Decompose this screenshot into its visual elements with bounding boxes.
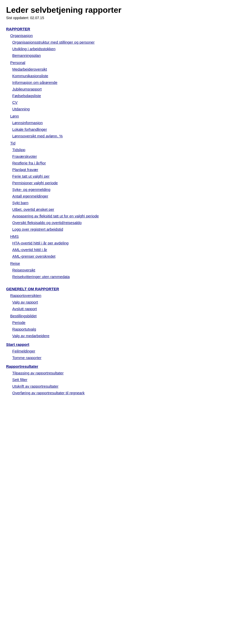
item-overforing[interactable]: Overføring av rapportresultater til regn… [12, 390, 239, 396]
item-valg-av-medarbeidere[interactable]: Valg av medarbeidere [12, 333, 239, 339]
tid-header[interactable]: Tid [10, 140, 239, 146]
hms-header[interactable]: HMS [10, 233, 239, 240]
group-reise: Reise Reiseoversikt Reisekvitteringer ut… [6, 260, 239, 280]
item-lonnsinformasjon[interactable]: Lønnsinformasjon [12, 120, 239, 126]
item-sykt-barn[interactable]: Sykt barn [12, 200, 239, 206]
item-medarbeideroversikt[interactable]: Medarbeideroversikt [12, 66, 239, 72]
item-org-struktur[interactable]: Organisasjonsstruktur med stillinger og … [12, 39, 239, 45]
item-syke-og-egenmelding[interactable]: Syke- og egenmelding [12, 187, 239, 193]
item-oversikt-fleksisaldo[interactable]: Oversikt fleksisaldo og overtid/reisesal… [12, 220, 239, 226]
group-rapportresultater: Rapportresultater Tilpassing av rapportr… [6, 363, 239, 396]
generelt-header[interactable]: GENERELT OM RAPPORTER [6, 286, 239, 292]
item-logg-arbeidstid[interactable]: Logg over registrert arbeidstid [12, 226, 239, 232]
item-utbet-overtid[interactable]: Utbet. overtid ønsket per [12, 206, 239, 213]
organisasjon-header[interactable]: Organisasjon [10, 33, 239, 39]
group-tid: Tid Tidslipp Fraværskvoter Restferie fra… [6, 140, 239, 232]
item-tidslipp[interactable]: Tidslipp [12, 147, 239, 153]
group-rapportoversikten: Rapportoversikten Valg av rapport Avslut… [6, 293, 239, 312]
item-periode[interactable]: Periode [12, 320, 239, 326]
item-avspasering[interactable]: Avspasering av fleksitid tatt ut for en … [12, 213, 239, 219]
item-jubileumsrapport[interactable]: Jubileumsrapport [12, 86, 239, 92]
item-fodselsdagsliste[interactable]: Fødselsdagsliste [12, 93, 239, 99]
rapportresultater-header[interactable]: Rapportresultater [6, 363, 239, 370]
rapporter-header[interactable]: RAPPORTER [6, 26, 239, 32]
personal-header[interactable]: Personal [10, 60, 239, 66]
navigation: RAPPORTER Organisasjon Organisasjonsstru… [6, 26, 239, 396]
item-aml-grenser[interactable]: AML-grenser overskredet [12, 253, 239, 259]
item-reiseoversikt[interactable]: Reiseoversikt [12, 267, 239, 273]
item-antall-egenmeldinger[interactable]: Antall egenmeldinger [12, 193, 239, 199]
group-start-rapport: Start rapport Feilmeldinger Tomme rappor… [6, 341, 239, 361]
group-lonn: Lønn Lønnsinformasjon Lokale forhandling… [6, 113, 239, 139]
item-utvikling[interactable]: Utvikling i arbeidsstokken [12, 46, 239, 52]
item-utdanning[interactable]: Utdanning [12, 106, 239, 112]
item-tomme-rapporter[interactable]: Tomme rapporter [12, 355, 239, 361]
group-bestillingsbildet: Bestillingsbildet Periode Rapportutvalg … [6, 313, 239, 339]
item-feilmeldinger[interactable]: Feilmeldinger [12, 348, 239, 354]
item-utskrift[interactable]: Utskrift av rapportresultater [12, 383, 239, 389]
last-updated: Sist oppdatert: 02.07.15 [6, 16, 239, 20]
item-sett-filter[interactable]: Sett filter [12, 377, 239, 383]
item-permisjoner[interactable]: Permisjoner valgfri periode [12, 180, 239, 186]
item-reisekvitteringer[interactable]: Reisekvitteringer uten rammedata [12, 274, 239, 280]
item-cv[interactable]: CV [12, 99, 239, 106]
group-personal: Personal Medarbeideroversikt Kommunikasj… [6, 60, 239, 112]
item-hta-overtid[interactable]: HTA-overtid hittil i år per avdeling [12, 240, 239, 246]
bestillingsbildet-header[interactable]: Bestillingsbildet [10, 313, 239, 319]
item-ferie-tatt-ut[interactable]: Ferie tatt ut valgfri per [12, 173, 239, 179]
item-tilpassing[interactable]: Tilpassing av rapportresultater [12, 370, 239, 376]
item-lonnsoversikt[interactable]: Lønnsoversikt med avlønn. % [12, 133, 239, 139]
item-planlagt-fravar[interactable]: Planlagt fravær [12, 167, 239, 173]
page-title: Leder selvbetjening rapporter [6, 5, 239, 15]
item-kommunikasjonsliste[interactable]: Kommunikasjonsliste [12, 73, 239, 79]
lonn-header[interactable]: Lønn [10, 113, 239, 119]
reise-header[interactable]: Reise [10, 260, 239, 267]
item-parorende[interactable]: Informasjon om pårørende [12, 80, 239, 86]
item-bemanningsplan[interactable]: Bemanningsplan [12, 52, 239, 59]
start-rapport-header[interactable]: Start rapport [6, 341, 239, 348]
item-fravarskvoter[interactable]: Fraværskvoter [12, 153, 239, 160]
group-organisasjon: Organisasjon Organisasjonsstruktur med s… [6, 33, 239, 59]
rapportoversikten-header[interactable]: Rapportoversikten [10, 293, 239, 299]
item-restferie[interactable]: Restferie fra i år/fjor [12, 160, 239, 166]
group-hms: HMS HTA-overtid hittil i år per avdeling… [6, 233, 239, 259]
item-lokale-forhandlinger[interactable]: Lokale forhandlinger [12, 126, 239, 133]
item-rapportutvalg[interactable]: Rapportutvalg [12, 326, 239, 332]
item-aml-overtid[interactable]: AML-overtid hittil i år [12, 247, 239, 253]
item-avslutt-rapport[interactable]: Avslutt rapport [12, 306, 239, 312]
item-valg-av-rapport[interactable]: Valg av rapport [12, 299, 239, 305]
